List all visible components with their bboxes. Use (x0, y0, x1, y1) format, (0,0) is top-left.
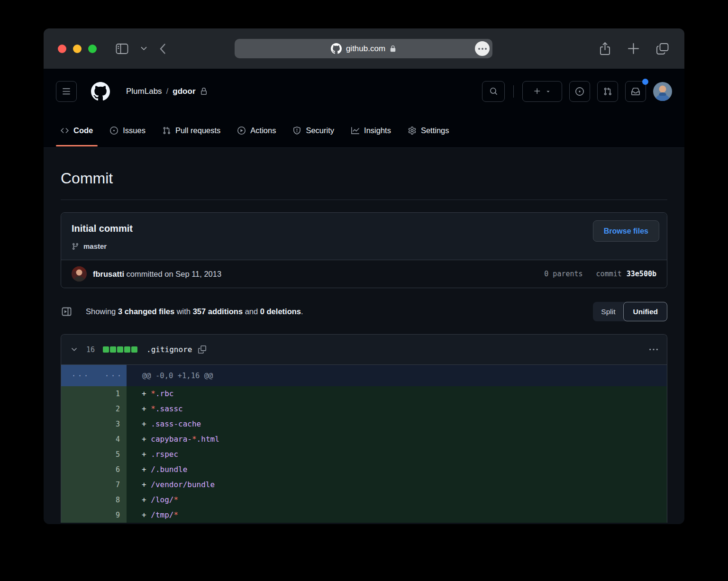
split-view-button[interactable]: Split (593, 302, 623, 321)
hunk-line-numbers[interactable]: ··· ··· (61, 365, 127, 386)
code-token: .html (197, 435, 219, 444)
copy-file-path-icon[interactable] (198, 345, 206, 354)
back-icon[interactable] (159, 43, 166, 54)
page-settings-ellipsis-icon[interactable] (475, 41, 490, 56)
new-tab-icon[interactable] (627, 42, 640, 55)
code-token: * (151, 389, 155, 398)
address-bar[interactable]: github.com (235, 39, 492, 58)
addition-plus-sign: + (142, 465, 151, 474)
parents-count: 0 parents (544, 270, 582, 278)
code-token: /.bundle (151, 465, 187, 474)
diff-line-code: + .sass-cache (127, 417, 667, 432)
code-token: /vendor/bundle (151, 480, 215, 489)
diffstat-block-added (110, 346, 116, 353)
diff-line-number[interactable]: 4 (61, 432, 127, 447)
diff-line-number[interactable]: 3 (61, 417, 127, 432)
tab-pull-requests[interactable]: Pull requests (156, 114, 227, 147)
unified-view-button[interactable]: Unified (623, 302, 667, 321)
diff-line: 5+ .rspec (61, 447, 667, 462)
collapse-file-chevron-icon[interactable] (70, 345, 78, 354)
tab-actions[interactable]: Actions (231, 114, 282, 147)
diff-line-number[interactable]: 2 (61, 401, 127, 417)
diffstat-block-added (124, 346, 130, 353)
commit-message: Initial commit (72, 223, 656, 234)
commit-label: commit (596, 270, 622, 278)
lock-icon (390, 45, 396, 52)
hunk-dots-new: ··· (105, 372, 123, 380)
committer-action: committed on Sep 11, 2013 (124, 270, 221, 278)
diffstat-blocks (103, 346, 137, 353)
shield-icon (293, 127, 301, 135)
diff-line-code: + *.rbc (127, 386, 667, 401)
tab-label: Settings (421, 126, 449, 135)
header-divider (513, 85, 514, 98)
diffstat-block-added (131, 346, 137, 353)
browse-files-button[interactable]: Browse files (593, 220, 659, 242)
diff-line-number[interactable]: 7 (61, 477, 127, 492)
code-token: * (151, 404, 155, 413)
play-icon (237, 127, 246, 135)
diff-line-code: + /tmp/* (127, 508, 667, 523)
create-new-button[interactable] (522, 81, 562, 102)
notification-dot (642, 79, 648, 85)
sidebar-chevron-down-icon[interactable] (141, 46, 147, 51)
github-logo-icon[interactable] (91, 82, 110, 101)
menu-button[interactable] (56, 81, 77, 102)
sidebar-icon[interactable] (116, 43, 128, 54)
diff-line-number[interactable]: 6 (61, 462, 127, 477)
zoom-window-button[interactable] (88, 45, 97, 53)
code-token: .rspec (151, 450, 178, 459)
diff-line-code: + .rspec (127, 447, 667, 462)
branch-name[interactable]: master (83, 242, 107, 250)
committer-name[interactable]: fbrusatti (93, 270, 124, 278)
diff-line-number[interactable]: 9 (61, 508, 127, 523)
code-token: * (192, 435, 197, 444)
issues-dashboard-button[interactable] (569, 81, 590, 102)
tab-code[interactable]: Code (54, 114, 100, 147)
diff-line-code: + /log/* (127, 492, 667, 508)
file-tree-toggle-button[interactable] (62, 307, 72, 317)
tab-insights[interactable]: Insights (345, 114, 398, 147)
browser-titlebar: github.com (44, 28, 684, 69)
tab-settings[interactable]: Settings (401, 114, 456, 147)
minimize-window-button[interactable] (73, 45, 82, 53)
diff-line-number[interactable]: 8 (61, 492, 127, 508)
code-token: .rbc (155, 389, 174, 398)
user-avatar[interactable] (653, 82, 672, 101)
deletions-count: 0 deletions (260, 307, 301, 316)
diff-file-card: 16 .gitignore ··· ··· @@ -0,0 +1,16 @@ 1… (61, 334, 667, 523)
code-token: .sassc (155, 404, 183, 413)
file-name[interactable]: .gitignore (146, 345, 192, 354)
hunk-header-text: @@ -0,0 +1,16 @@ (127, 365, 667, 386)
pull-requests-dashboard-button[interactable] (597, 81, 618, 102)
breadcrumb-separator: / (166, 87, 169, 96)
search-button[interactable] (482, 81, 505, 102)
search-icon (490, 87, 498, 95)
file-options-kebab-icon[interactable] (649, 345, 658, 354)
diff-line-number[interactable]: 1 (61, 386, 127, 401)
commit-sha[interactable]: 33e500b (627, 270, 656, 278)
close-window-button[interactable] (58, 45, 66, 53)
addition-plus-sign: + (142, 450, 151, 459)
diff-line-code: + capybara-*.html (127, 432, 667, 447)
code-icon (61, 127, 69, 135)
tab-label: Code (73, 126, 93, 135)
diff-line: 8+ /log/* (61, 492, 667, 508)
commit-sha-line: commit33e500b (596, 270, 656, 278)
tab-overview-icon[interactable] (656, 43, 669, 55)
tab-issues[interactable]: Issues (103, 114, 152, 147)
diffstat-block-added (117, 346, 123, 353)
diff-line: 9+ /tmp/* (61, 508, 667, 523)
addition-plus-sign: + (142, 435, 151, 444)
share-icon[interactable] (599, 42, 611, 56)
hunk-dots-old: ··· (72, 372, 90, 380)
diff-line-number[interactable]: 5 (61, 447, 127, 462)
committer-avatar[interactable] (72, 266, 87, 281)
breadcrumb-repo[interactable]: gdoor (173, 87, 195, 96)
diffstat-block-added (103, 346, 109, 353)
tab-security[interactable]: Security (286, 114, 341, 147)
diff-line-code: + /vendor/bundle (127, 477, 667, 492)
code-token: capybara- (151, 435, 192, 444)
tab-label: Insights (364, 126, 391, 135)
breadcrumb-owner[interactable]: PlumLabs (126, 87, 162, 96)
